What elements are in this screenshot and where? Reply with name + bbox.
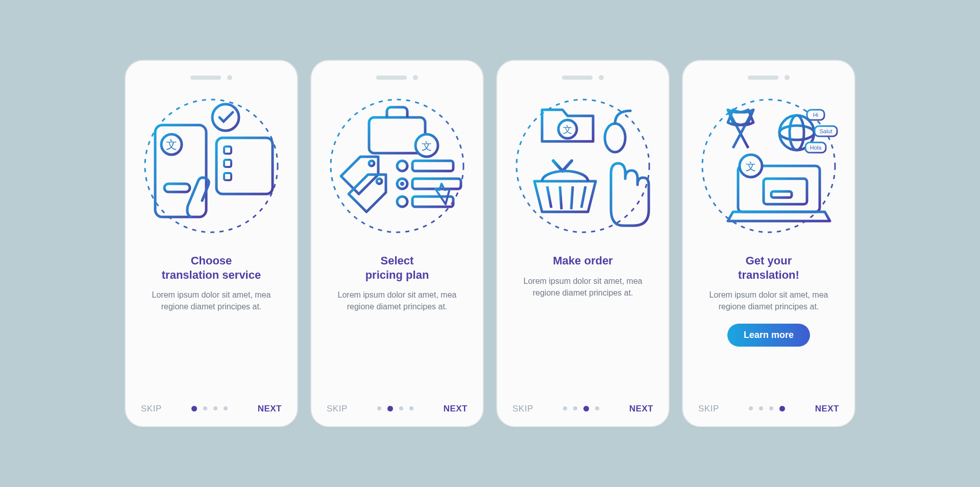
dot-4[interactable] [409, 406, 413, 410]
svg-text:文: 文 [563, 125, 572, 135]
svg-point-27 [397, 197, 407, 207]
screen-footer: SKIP NEXT [136, 400, 287, 416]
dot-2[interactable] [573, 406, 577, 410]
dot-3[interactable] [213, 406, 217, 410]
select-pricing-illustration: 文 [321, 89, 474, 242]
svg-line-35 [571, 186, 573, 209]
svg-rect-12 [224, 173, 231, 180]
dot-3[interactable] [399, 406, 403, 410]
svg-rect-8 [224, 147, 231, 154]
camera-dot [227, 75, 232, 80]
learn-more-button[interactable]: Learn more [727, 324, 810, 347]
page-dots [377, 406, 413, 411]
page-dots [563, 406, 599, 411]
screen-description: Lorem ipsum dolor sit amet, mea regione … [328, 289, 466, 312]
phone-frame-2: 文 Select pricing plan Lorem ipsum dolor … [310, 60, 484, 427]
svg-rect-10 [224, 160, 231, 167]
onboarding-screens-row: 文 Choose translation service Lorem ipsu [125, 60, 855, 427]
dot-1[interactable] [377, 406, 381, 410]
phone-frame-4: Hi Salut Hola 文 [682, 60, 855, 427]
svg-point-44 [790, 115, 804, 150]
screen-title: Get your translation! [738, 254, 799, 282]
phone-frame-1: 文 Choose translation service Lorem ipsu [125, 60, 298, 427]
get-translation-illustration: Hi Salut Hola 文 [692, 89, 845, 242]
skip-button[interactable]: SKIP [512, 404, 533, 414]
page-dots [749, 406, 785, 411]
phone-notch [322, 75, 473, 80]
phone-notch [136, 75, 287, 80]
camera-dot [599, 75, 604, 80]
svg-text:文: 文 [746, 161, 756, 172]
screen-footer: SKIP NEXT [693, 400, 844, 416]
svg-line-36 [581, 186, 585, 208]
page-dots [191, 406, 228, 411]
dot-1[interactable] [749, 406, 753, 410]
screen-title: Select pricing plan [365, 254, 429, 282]
dot-3[interactable] [583, 406, 589, 411]
next-button[interactable]: NEXT [258, 404, 282, 414]
dot-1[interactable] [191, 406, 197, 411]
dot-2[interactable] [203, 406, 207, 410]
svg-text:文: 文 [422, 140, 432, 152]
skip-button[interactable]: SKIP [327, 404, 348, 414]
svg-rect-6 [164, 184, 190, 192]
screen-title: Make order [553, 254, 612, 268]
camera-dot [413, 75, 418, 80]
dot-3[interactable] [769, 406, 773, 410]
svg-point-25 [400, 182, 404, 186]
next-button[interactable]: NEXT [629, 404, 653, 414]
dot-2[interactable] [759, 406, 763, 410]
dot-2[interactable] [387, 406, 393, 411]
phone-notch [507, 75, 658, 80]
next-button[interactable]: NEXT [815, 404, 839, 414]
dot-4[interactable] [595, 406, 599, 410]
dot-4[interactable] [779, 406, 785, 411]
choose-service-illustration: 文 [135, 89, 288, 242]
bubble-salut: Salut [819, 128, 832, 134]
screen-description: Lorem ipsum dolor sit amet, mea regione … [700, 289, 838, 312]
phone-frame-3: 文 [496, 60, 670, 427]
speaker-slot [748, 76, 778, 80]
speaker-slot [376, 76, 407, 80]
skip-button[interactable]: SKIP [698, 404, 719, 414]
svg-line-33 [547, 186, 551, 208]
make-order-illustration: 文 [506, 89, 659, 242]
screen-description: Lorem ipsum dolor sit amet, mea regione … [514, 275, 652, 299]
speaker-slot [190, 76, 221, 80]
svg-point-21 [377, 179, 382, 184]
dot-1[interactable] [563, 406, 567, 410]
dot-4[interactable] [224, 406, 228, 410]
camera-dot [785, 75, 790, 80]
svg-point-14 [212, 104, 239, 131]
bubble-hi: Hi [813, 112, 818, 118]
screen-title: Choose translation service [162, 254, 261, 282]
screen-footer: SKIP NEXT [322, 400, 473, 416]
screen-description: Lorem ipsum dolor sit amet, mea regione … [142, 289, 280, 312]
svg-line-34 [560, 186, 561, 209]
svg-rect-23 [412, 161, 453, 171]
svg-text:文: 文 [166, 138, 177, 151]
speaker-slot [562, 76, 593, 80]
next-button[interactable]: NEXT [444, 404, 468, 414]
skip-button[interactable]: SKIP [141, 404, 162, 414]
svg-point-22 [397, 161, 407, 171]
svg-rect-26 [412, 179, 461, 189]
bubble-hola: Hola [810, 144, 822, 151]
screen-footer: SKIP NEXT [507, 400, 658, 416]
svg-point-43 [779, 126, 814, 140]
phone-notch [693, 75, 844, 80]
svg-point-20 [369, 161, 374, 166]
svg-rect-50 [771, 191, 792, 198]
